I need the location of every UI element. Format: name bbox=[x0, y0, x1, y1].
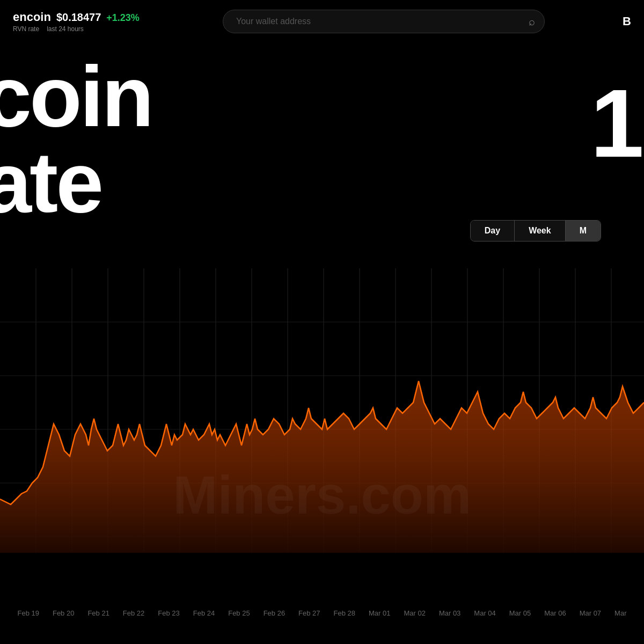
chart-svg bbox=[0, 268, 644, 601]
header: encoin $0.18477 +1.23% RVN rate last 24 … bbox=[0, 0, 644, 43]
date-label-feb20: Feb 20 bbox=[53, 609, 74, 617]
date-label-feb25: Feb 25 bbox=[228, 609, 250, 617]
date-label-mar06: Mar 06 bbox=[544, 609, 566, 617]
chart-container bbox=[0, 268, 644, 601]
search-bar: ⌕ bbox=[223, 10, 545, 33]
price-change: +1.23% bbox=[106, 12, 140, 24]
date-label-mar05: Mar 05 bbox=[509, 609, 531, 617]
brand-name: encoin bbox=[13, 10, 51, 24]
price-labels: RVN rate last 24 hours bbox=[13, 25, 140, 33]
time-range: Day Week M bbox=[470, 220, 601, 241]
change-label: last 24 hours bbox=[47, 25, 84, 33]
date-label-feb27: Feb 27 bbox=[298, 609, 320, 617]
hero-line1: coin bbox=[0, 48, 152, 144]
price-label: RVN rate bbox=[13, 25, 39, 33]
date-label-feb22: Feb 22 bbox=[123, 609, 144, 617]
search-icon[interactable]: ⌕ bbox=[529, 16, 535, 28]
price-value: $0.18477 bbox=[56, 11, 101, 24]
date-label-mar01: Mar 01 bbox=[369, 609, 390, 617]
price-section: encoin $0.18477 +1.23% bbox=[13, 10, 140, 24]
hero-title: coin ate bbox=[0, 54, 152, 225]
wallet-address-input[interactable] bbox=[223, 10, 545, 33]
hero-line2: ate bbox=[0, 134, 101, 230]
brand-section: encoin $0.18477 +1.23% RVN rate last 24 … bbox=[13, 10, 140, 33]
hero-number: 1 bbox=[590, 75, 644, 172]
time-btn-day[interactable]: Day bbox=[471, 221, 515, 241]
time-btn-week[interactable]: Week bbox=[515, 221, 566, 241]
date-labels: Feb 19 Feb 20 Feb 21 Feb 22 Feb 23 Feb 2… bbox=[0, 609, 644, 617]
hero-section: coin ate bbox=[0, 54, 152, 225]
date-label-mar03: Mar 03 bbox=[439, 609, 460, 617]
date-label-mar: Mar bbox=[614, 609, 626, 617]
date-label-feb28: Feb 28 bbox=[334, 609, 355, 617]
date-label-feb24: Feb 24 bbox=[193, 609, 215, 617]
date-label-mar07: Mar 07 bbox=[580, 609, 601, 617]
date-label-feb26: Feb 26 bbox=[264, 609, 285, 617]
date-label-mar04: Mar 04 bbox=[474, 609, 495, 617]
date-label-mar02: Mar 02 bbox=[404, 609, 425, 617]
time-btn-month[interactable]: M bbox=[566, 221, 601, 241]
date-label-feb19: Feb 19 bbox=[17, 609, 39, 617]
nav-right: B bbox=[623, 14, 631, 28]
date-label-feb21: Feb 21 bbox=[87, 609, 109, 617]
date-label-feb23: Feb 23 bbox=[158, 609, 179, 617]
chart-fill bbox=[0, 381, 644, 553]
